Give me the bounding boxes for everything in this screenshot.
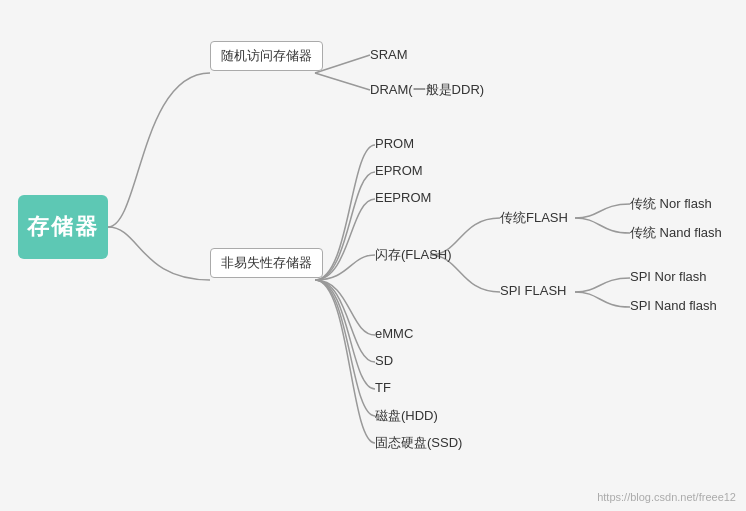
hdd-node: 磁盘(HDD)	[375, 407, 438, 425]
tf-label: TF	[375, 380, 391, 395]
root-node: 存储器	[18, 195, 108, 259]
connector-lines	[0, 0, 746, 511]
trad-nor-node: 传统 Nor flash	[630, 195, 712, 213]
random-access-node: 随机访问存储器	[210, 41, 323, 71]
traditional-flash-node: 传统FLASH	[500, 209, 568, 227]
spi-nor-label: SPI Nor flash	[630, 269, 707, 284]
tf-node: TF	[375, 380, 391, 395]
spi-flash-label: SPI FLASH	[500, 283, 566, 298]
prom-label: PROM	[375, 136, 414, 151]
trad-nor-label: 传统 Nor flash	[630, 196, 712, 211]
spi-nand-label: SPI Nand flash	[630, 298, 717, 313]
spi-nand-node: SPI Nand flash	[630, 298, 717, 313]
sram-node: SRAM	[370, 47, 408, 62]
dram-node: DRAM(一般是DDR)	[370, 81, 484, 99]
ssd-node: 固态硬盘(SSD)	[375, 434, 462, 452]
eprom-node: EPROM	[375, 163, 423, 178]
watermark-text: https://blog.csdn.net/freee12	[597, 491, 736, 503]
random-access-label: 随机访问存储器	[221, 48, 312, 63]
emmc-node: eMMC	[375, 326, 413, 341]
hdd-label: 磁盘(HDD)	[375, 408, 438, 423]
ssd-label: 固态硬盘(SSD)	[375, 435, 462, 450]
trad-nand-label: 传统 Nand flash	[630, 225, 722, 240]
spi-flash-node: SPI FLASH	[500, 283, 566, 298]
watermark: https://blog.csdn.net/freee12	[597, 491, 736, 503]
dram-label: DRAM(一般是DDR)	[370, 82, 484, 97]
prom-node: PROM	[375, 136, 414, 151]
trad-nand-node: 传统 Nand flash	[630, 224, 722, 242]
emmc-label: eMMC	[375, 326, 413, 341]
traditional-flash-label: 传统FLASH	[500, 210, 568, 225]
spi-nor-node: SPI Nor flash	[630, 269, 707, 284]
flash-node: 闪存(FLASH)	[375, 246, 452, 264]
root-label: 存储器	[27, 212, 99, 242]
eprom-label: EPROM	[375, 163, 423, 178]
flash-label: 闪存(FLASH)	[375, 247, 452, 262]
non-volatile-label: 非易失性存储器	[221, 255, 312, 270]
non-volatile-node: 非易失性存储器	[210, 248, 323, 278]
mind-map-diagram: 存储器 随机访问存储器 SRAM DRAM(一般是DDR) 非易失性存储器 PR…	[0, 0, 746, 511]
eeprom-node: EEPROM	[375, 190, 431, 205]
sd-node: SD	[375, 353, 393, 368]
sram-label: SRAM	[370, 47, 408, 62]
sd-label: SD	[375, 353, 393, 368]
eeprom-label: EEPROM	[375, 190, 431, 205]
